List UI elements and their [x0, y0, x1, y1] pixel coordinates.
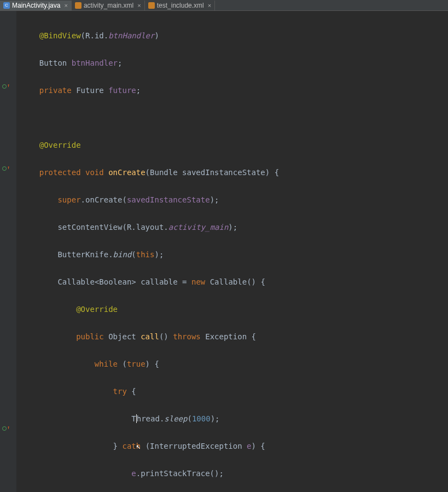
text: T: [131, 414, 136, 423]
override-marker[interactable]: ↑: [2, 84, 10, 91]
type: ButterKnife: [57, 250, 108, 259]
tab-test-include[interactable]: test_include.xml ×: [145, 1, 215, 10]
code-editor[interactable]: @BindView(R.id.btnHandler) Button btnHan…: [16, 11, 448, 492]
close-icon[interactable]: ×: [208, 2, 211, 9]
param: e: [247, 442, 251, 450]
annotation: @BindView: [39, 31, 81, 40]
close-icon[interactable]: ×: [64, 2, 67, 9]
keyword: h: [136, 442, 141, 450]
type: Future: [76, 86, 104, 95]
tab-label: test_include.xml: [157, 2, 204, 9]
var: callable: [141, 277, 177, 286]
tab-label: MainActivity.java: [12, 2, 60, 9]
field: activity_main: [168, 223, 229, 231]
type: Callable: [210, 277, 247, 286]
method: setContentView: [57, 223, 122, 231]
gutter[interactable]: ↑ ↑ ↑: [0, 11, 16, 492]
text: layout: [136, 223, 164, 231]
type: Button: [39, 59, 67, 67]
type: Bundle: [150, 168, 178, 177]
xml-file-icon: [148, 2, 155, 9]
method: bind: [113, 250, 132, 259]
annotation: @Override: [39, 141, 81, 149]
keyword: private: [39, 86, 72, 95]
override-marker[interactable]: ↑: [2, 166, 10, 173]
editor-tabs: C MainActivity.java × activity_main.xml …: [0, 0, 448, 11]
param: savedInstanceState: [182, 168, 265, 177]
override-marker[interactable]: ↑: [2, 426, 10, 433]
keyword: super: [57, 195, 80, 204]
keyword: true: [127, 360, 146, 368]
java-file-icon: C: [3, 2, 10, 9]
field: future: [108, 86, 136, 95]
close-icon[interactable]: ×: [137, 2, 141, 9]
method: call: [141, 332, 159, 341]
field: btnHandler: [72, 59, 118, 67]
tab-activity-main[interactable]: activity_main.xml ×: [72, 1, 145, 10]
tab-mainactivity[interactable]: C MainActivity.java ×: [0, 1, 72, 10]
method: printStackTrace: [141, 469, 210, 478]
field: btnHandler: [108, 31, 154, 40]
method: onCreate: [108, 168, 145, 177]
keyword: public: [76, 332, 104, 341]
xml-file-icon: [75, 2, 82, 9]
text-caret: [136, 414, 137, 423]
number: 1000: [192, 414, 211, 423]
keyword: while: [95, 360, 118, 368]
keyword: protected: [39, 168, 81, 177]
keyword: new: [191, 277, 205, 286]
keyword: cat: [122, 442, 136, 450]
editor-wrap: ↑ ↑ ↑ @BindView(R.id.btnHandler) Button …: [0, 11, 448, 492]
type: InterruptedException: [150, 442, 242, 450]
method: sleep: [164, 414, 187, 423]
method: onCreate: [85, 195, 122, 204]
param: savedInstanceState: [127, 195, 210, 204]
type: Callable: [57, 277, 94, 286]
text: id: [95, 31, 104, 40]
text: hread: [137, 414, 160, 423]
keyword: try: [113, 387, 127, 396]
tab-label: activity_main.xml: [84, 2, 133, 9]
keyword: throws: [173, 332, 201, 341]
annotation: @Override: [76, 305, 118, 314]
type: Boolean: [99, 277, 131, 286]
keyword: this: [136, 250, 155, 259]
var: e: [131, 469, 136, 478]
keyword: void: [85, 168, 104, 177]
type: Exception: [205, 332, 247, 341]
type: Object: [108, 332, 136, 341]
